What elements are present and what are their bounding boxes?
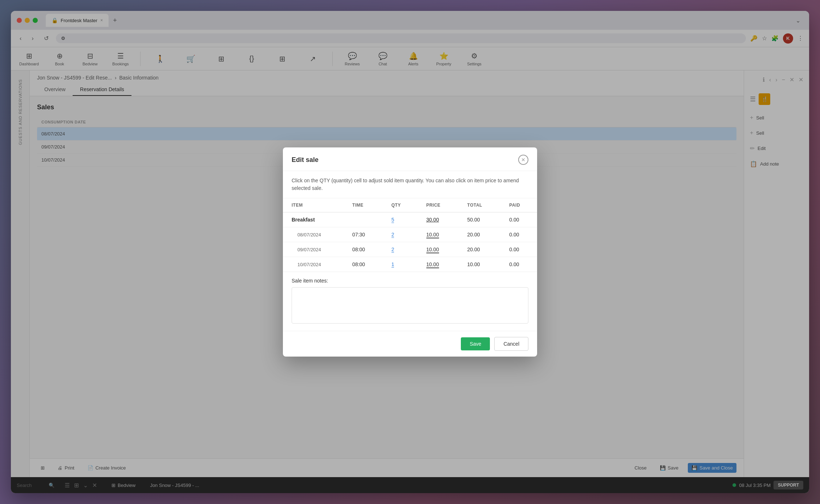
edit-sale-table: ITEM TIME QTY PRICE TOTAL PAID Breakfast — [283, 198, 537, 272]
col-total: TOTAL — [459, 198, 501, 212]
col-price: PRICE — [418, 198, 459, 212]
qty-2[interactable]: 2 — [383, 242, 418, 257]
total-1: 20.00 — [459, 227, 501, 242]
paid-2: 0.00 — [500, 242, 537, 257]
table-row: 08/07/2024 07:30 2 10.00 20.00 0.00 — [283, 227, 537, 242]
paid-3: 0.00 — [500, 257, 537, 272]
qty-link-breakfast[interactable]: 5 — [391, 217, 394, 223]
modal-save-button[interactable]: Save — [461, 337, 490, 350]
price-link-3[interactable]: 10.00 — [426, 261, 439, 268]
price-3[interactable]: 10.00 — [418, 257, 459, 272]
paid-breakfast: 0.00 — [500, 212, 537, 227]
total-breakfast: 50.00 — [459, 212, 501, 227]
qty-breakfast[interactable]: 5 — [383, 212, 418, 227]
modal-cancel-button[interactable]: Cancel — [494, 337, 528, 351]
item-date-1: 08/07/2024 — [283, 227, 344, 242]
col-qty: QTY — [383, 198, 418, 212]
qty-3[interactable]: 1 — [383, 257, 418, 272]
table-row: 10/07/2024 08:00 1 10.00 10.00 0.00 — [283, 257, 537, 272]
modal-footer: Save Cancel — [283, 331, 537, 357]
qty-1[interactable]: 2 — [383, 227, 418, 242]
price-1[interactable]: 10.00 — [418, 227, 459, 242]
qty-link-3[interactable]: 1 — [391, 261, 394, 268]
time-breakfast — [344, 212, 383, 227]
item-date-3: 10/07/2024 — [283, 257, 344, 272]
modal-overlay[interactable]: Edit sale ✕ Click on the QTY (quantity) … — [0, 0, 820, 504]
notes-section: Sale item notes: — [283, 272, 537, 331]
item-name-breakfast: Breakfast — [283, 212, 344, 227]
time-1: 07:30 — [344, 227, 383, 242]
modal-title: Edit sale — [292, 156, 318, 164]
edit-sale-modal: Edit sale ✕ Click on the QTY (quantity) … — [283, 147, 537, 357]
time-3: 08:00 — [344, 257, 383, 272]
price-breakfast[interactable]: 30.00 — [418, 212, 459, 227]
price-link-1[interactable]: 10.00 — [426, 232, 439, 239]
total-3: 10.00 — [459, 257, 501, 272]
modal-table-wrapper: ITEM TIME QTY PRICE TOTAL PAID Breakfast — [283, 198, 537, 272]
table-row: 09/07/2024 08:00 2 10.00 20.00 0.00 — [283, 242, 537, 257]
modal-instructions: Click on the QTY (quantity) cell to adju… — [283, 171, 537, 198]
paid-1: 0.00 — [500, 227, 537, 242]
col-paid: PAID — [500, 198, 537, 212]
price-2[interactable]: 10.00 — [418, 242, 459, 257]
col-item: ITEM — [283, 198, 344, 212]
total-2: 20.00 — [459, 242, 501, 257]
col-time: TIME — [344, 198, 383, 212]
modal-header: Edit sale ✕ — [283, 147, 537, 171]
qty-link-2[interactable]: 2 — [391, 247, 394, 253]
table-row: Breakfast 5 30.00 50.00 0.00 — [283, 212, 537, 227]
qty-link-1[interactable]: 2 — [391, 232, 394, 238]
modal-close-button[interactable]: ✕ — [518, 155, 528, 165]
notes-textarea[interactable] — [292, 287, 528, 324]
time-2: 08:00 — [344, 242, 383, 257]
item-date-2: 09/07/2024 — [283, 242, 344, 257]
notes-label: Sale item notes: — [292, 278, 528, 284]
price-link-2[interactable]: 10.00 — [426, 247, 439, 253]
price-link-breakfast[interactable]: 30.00 — [426, 217, 439, 223]
